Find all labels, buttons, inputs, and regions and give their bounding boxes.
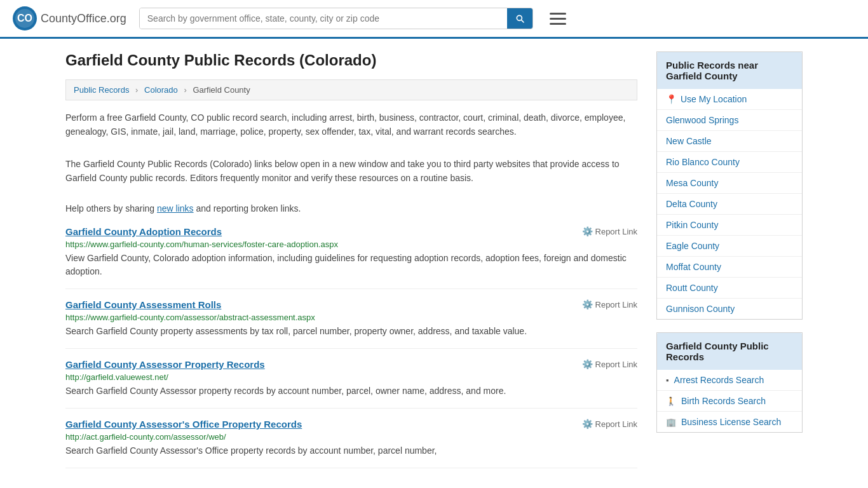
nearby-location-item[interactable]: Moffat County bbox=[657, 257, 802, 278]
record-header: Garfield County Assessor Property Record… bbox=[65, 359, 637, 370]
nearby-location-link[interactable]: Delta County bbox=[666, 199, 717, 209]
nearby-location-link[interactable]: New Castle bbox=[666, 136, 712, 146]
breadcrumb-current: Garfield County bbox=[193, 85, 250, 95]
record-header: Garfield County Assessment Rolls ⚙️ Repo… bbox=[65, 299, 637, 310]
nearby-header: Public Records near Garfield County bbox=[657, 52, 802, 89]
record-item: Garfield County Assessment Rolls ⚙️ Repo… bbox=[65, 299, 637, 349]
description-text: Perform a free Garfield County, CO publi… bbox=[65, 111, 637, 139]
record-header: Garfield County Assessor's Office Proper… bbox=[65, 419, 637, 430]
main-container: Garfield County Public Records (Colorado… bbox=[53, 39, 815, 488]
nearby-locations-list: Glenwood SpringsNew CastleRio Blanco Cou… bbox=[657, 110, 802, 319]
nearby-location-item[interactable]: Delta County bbox=[657, 194, 802, 215]
nearby-location-item[interactable]: Eagle County bbox=[657, 236, 802, 257]
record-link-icon: 🚶 bbox=[666, 396, 676, 406]
record-description: View Garfield County, Colorado adoption … bbox=[65, 252, 637, 278]
location-dot-icon: 📍 bbox=[666, 94, 677, 104]
breadcrumb: Public Records › Colorado › Garfield Cou… bbox=[65, 79, 637, 100]
breadcrumb-sep: › bbox=[184, 85, 186, 95]
search-input[interactable] bbox=[140, 8, 507, 29]
record-url[interactable]: http://act.garfield-county.com/assessor/… bbox=[65, 432, 637, 442]
record-item: Garfield County Assessor Property Record… bbox=[65, 359, 637, 409]
hamburger-button[interactable] bbox=[546, 9, 570, 29]
record-link-item[interactable]: ▪ Arrest Records Search bbox=[657, 370, 802, 391]
record-link[interactable]: Arrest Records Search bbox=[674, 375, 764, 385]
logo-text: CountyOffice.org bbox=[41, 12, 126, 25]
help-text: Help others by sharing new links and rep… bbox=[65, 203, 637, 214]
svg-text:CO: CO bbox=[17, 13, 32, 24]
record-link-item[interactable]: 🚶 Birth Records Search bbox=[657, 391, 802, 412]
breadcrumb-public-records[interactable]: Public Records bbox=[74, 85, 129, 95]
breadcrumb-sep: › bbox=[135, 85, 138, 95]
hamburger-icon bbox=[550, 23, 566, 25]
record-header: Garfield County Adoption Records ⚙️ Repo… bbox=[65, 226, 637, 237]
report-link[interactable]: ⚙️ Report Link bbox=[582, 299, 637, 309]
hamburger-icon bbox=[550, 13, 566, 15]
search-button[interactable] bbox=[507, 8, 532, 29]
hamburger-icon bbox=[550, 18, 566, 20]
report-icon: ⚙️ bbox=[582, 419, 593, 429]
record-title[interactable]: Garfield County Assessment Rolls bbox=[65, 299, 221, 310]
records-section: Garfield County Public Records ▪ Arrest … bbox=[656, 332, 803, 433]
record-url[interactable]: http://garfield.valuewest.net/ bbox=[65, 372, 637, 382]
record-link-item[interactable]: 🏢 Business License Search bbox=[657, 412, 802, 432]
record-link-icon: ▪ bbox=[666, 376, 669, 385]
header: CO CountyOffice.org bbox=[0, 0, 868, 39]
use-my-location-link[interactable]: Use My Location bbox=[681, 94, 747, 104]
record-description: Search Garfield County property assessme… bbox=[65, 325, 637, 338]
nearby-location-item[interactable]: Mesa County bbox=[657, 173, 802, 194]
use-my-location-item[interactable]: 📍 Use My Location bbox=[657, 89, 802, 110]
record-title[interactable]: Garfield County Assessor's Office Proper… bbox=[65, 419, 302, 430]
nearby-location-link[interactable]: Rio Blanco County bbox=[666, 157, 740, 167]
nearby-location-item[interactable]: Gunnison County bbox=[657, 299, 802, 319]
nearby-location-link[interactable]: Eagle County bbox=[666, 241, 719, 251]
record-title[interactable]: Garfield County Adoption Records bbox=[65, 226, 222, 237]
record-link-icon: 🏢 bbox=[666, 417, 676, 427]
nearby-location-link[interactable]: Mesa County bbox=[666, 178, 718, 188]
report-link[interactable]: ⚙️ Report Link bbox=[582, 419, 637, 429]
logo[interactable]: CO CountyOffice.org bbox=[13, 6, 126, 30]
record-links-list: ▪ Arrest Records Search 🚶 Birth Records … bbox=[657, 370, 802, 432]
record-description: Search Garfield County Assessor's Office… bbox=[65, 444, 637, 458]
nearby-location-link[interactable]: Routt County bbox=[666, 283, 718, 293]
new-links[interactable]: new links bbox=[157, 203, 194, 214]
content-area: Garfield County Public Records (Colorado… bbox=[65, 51, 637, 478]
record-link[interactable]: Business License Search bbox=[681, 417, 781, 427]
nearby-section: Public Records near Garfield County 📍 Us… bbox=[656, 51, 803, 320]
record-title[interactable]: Garfield County Assessor Property Record… bbox=[65, 359, 265, 370]
report-link[interactable]: ⚙️ Report Link bbox=[582, 226, 637, 236]
records-list: Garfield County Adoption Records ⚙️ Repo… bbox=[65, 226, 637, 468]
search-bar bbox=[139, 8, 533, 29]
sidebar: Public Records near Garfield County 📍 Us… bbox=[656, 51, 803, 478]
nearby-location-item[interactable]: Pitkin County bbox=[657, 215, 802, 236]
description2-text: The Garfield County Public Records (Colo… bbox=[65, 157, 637, 186]
report-icon: ⚙️ bbox=[582, 359, 593, 369]
record-url[interactable]: https://www.garfield-county.com/human-se… bbox=[65, 240, 637, 249]
breadcrumb-colorado[interactable]: Colorado bbox=[144, 85, 178, 95]
logo-icon: CO bbox=[13, 6, 37, 30]
page-title: Garfield County Public Records (Colorado… bbox=[65, 51, 637, 69]
nearby-location-link[interactable]: Gunnison County bbox=[666, 304, 735, 314]
nearby-location-item[interactable]: Routt County bbox=[657, 278, 802, 299]
report-link[interactable]: ⚙️ Report Link bbox=[582, 359, 637, 369]
record-item: Garfield County Assessor's Office Proper… bbox=[65, 419, 637, 468]
nearby-location-item[interactable]: New Castle bbox=[657, 131, 802, 152]
search-icon bbox=[515, 13, 525, 24]
record-description: Search Garfield County Assessor property… bbox=[65, 384, 637, 398]
nearby-location-link[interactable]: Glenwood Springs bbox=[666, 115, 738, 125]
record-link[interactable]: Birth Records Search bbox=[681, 396, 766, 406]
nearby-location-link[interactable]: Moffat County bbox=[666, 262, 721, 272]
record-url[interactable]: https://www.garfield-county.com/assessor… bbox=[65, 313, 637, 322]
nearby-location-item[interactable]: Glenwood Springs bbox=[657, 110, 802, 131]
report-icon: ⚙️ bbox=[582, 226, 593, 236]
nearby-location-item[interactable]: Rio Blanco County bbox=[657, 152, 802, 173]
records-header: Garfield County Public Records bbox=[657, 333, 802, 370]
record-item: Garfield County Adoption Records ⚙️ Repo… bbox=[65, 226, 637, 289]
report-icon: ⚙️ bbox=[582, 299, 593, 309]
nearby-location-link[interactable]: Pitkin County bbox=[666, 220, 718, 230]
